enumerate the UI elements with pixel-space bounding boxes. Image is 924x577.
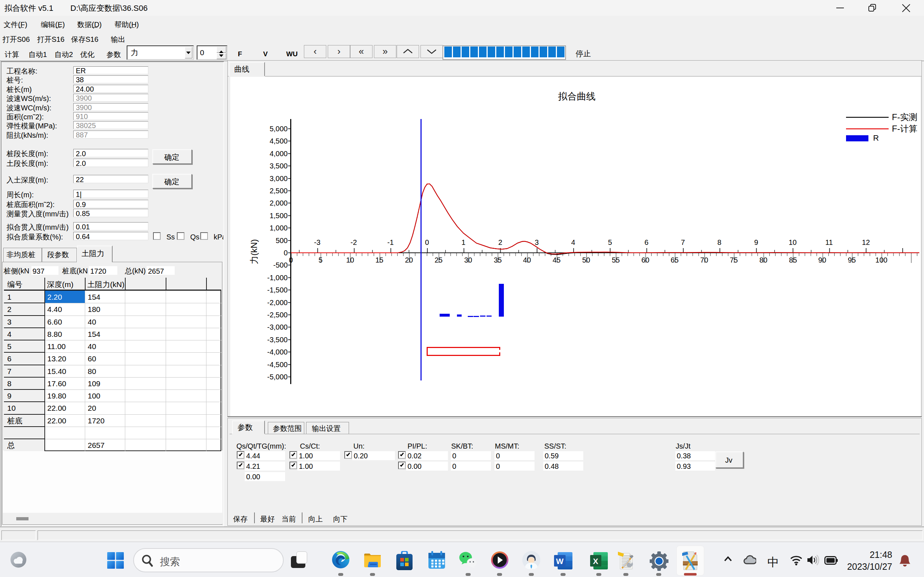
svg-text:6: 6: [644, 239, 648, 246]
svg-text:0: 0: [425, 239, 429, 246]
svg-text:5,000: 5,000: [270, 125, 288, 133]
svg-text:-2,500: -2,500: [267, 311, 288, 319]
svg-text:60: 60: [641, 256, 649, 264]
svg-text:15: 15: [375, 256, 383, 264]
svg-text:1,500: 1,500: [270, 212, 288, 220]
svg-text:7: 7: [681, 239, 685, 246]
svg-text:30: 30: [464, 256, 472, 264]
svg-text:0: 0: [284, 249, 288, 257]
svg-text:55: 55: [612, 256, 620, 264]
svg-text:-3,500: -3,500: [267, 336, 288, 344]
svg-text:3,000: 3,000: [270, 174, 288, 182]
svg-text:-2: -2: [351, 239, 357, 246]
svg-text:F-计算: F-计算: [892, 124, 918, 134]
svg-text:-3: -3: [314, 239, 320, 246]
svg-text:25: 25: [435, 256, 443, 264]
svg-text:5: 5: [318, 256, 322, 264]
svg-text:R: R: [873, 134, 879, 142]
svg-text:X: X: [593, 557, 598, 566]
svg-text:45: 45: [552, 256, 561, 264]
svg-text:12: 12: [862, 239, 870, 246]
svg-text:-1: -1: [387, 239, 394, 246]
svg-text:4: 4: [571, 239, 575, 246]
svg-text:500: 500: [276, 237, 288, 245]
svg-text:-1,000: -1,000: [267, 274, 288, 282]
svg-text:3,500: 3,500: [270, 162, 288, 170]
svg-text:-4,500: -4,500: [267, 361, 288, 369]
svg-text:65: 65: [670, 256, 678, 264]
svg-text:-1,500: -1,500: [267, 286, 288, 294]
svg-text:-5,000: -5,000: [267, 373, 288, 381]
svg-text:20: 20: [405, 256, 413, 264]
svg-text:75: 75: [730, 256, 738, 264]
svg-text:2,000: 2,000: [270, 199, 288, 207]
svg-text:80: 80: [759, 256, 767, 264]
svg-text:-4,000: -4,000: [267, 348, 288, 356]
svg-text:95: 95: [848, 256, 856, 264]
svg-text:9: 9: [754, 239, 758, 246]
svg-text:4,000: 4,000: [270, 150, 288, 158]
svg-text:5: 5: [608, 239, 612, 246]
svg-text:1,000: 1,000: [270, 224, 288, 232]
svg-text:10: 10: [789, 239, 796, 246]
svg-text:8: 8: [717, 239, 721, 246]
svg-text:F-实测: F-实测: [892, 112, 918, 122]
svg-text:2,500: 2,500: [270, 187, 288, 195]
svg-text:拟合曲线: 拟合曲线: [558, 91, 596, 102]
svg-text:10: 10: [346, 256, 354, 264]
svg-text:3: 3: [535, 239, 538, 246]
svg-text:70: 70: [700, 256, 708, 264]
svg-text:-500: -500: [273, 261, 288, 269]
svg-text:1: 1: [461, 239, 465, 246]
svg-text:-2,000: -2,000: [267, 298, 288, 306]
svg-text:W: W: [556, 557, 564, 566]
svg-text:50: 50: [582, 256, 590, 264]
svg-text:力(kN): 力(kN): [249, 239, 259, 264]
svg-text:11: 11: [825, 239, 833, 246]
svg-text:35: 35: [494, 256, 502, 264]
svg-text:90: 90: [818, 256, 826, 264]
svg-text:85: 85: [789, 256, 797, 264]
svg-text:100: 100: [875, 256, 887, 264]
svg-text:40: 40: [523, 256, 531, 264]
svg-text:-3,000: -3,000: [267, 323, 288, 331]
svg-text:2: 2: [498, 239, 502, 246]
svg-text:4,500: 4,500: [270, 137, 288, 145]
